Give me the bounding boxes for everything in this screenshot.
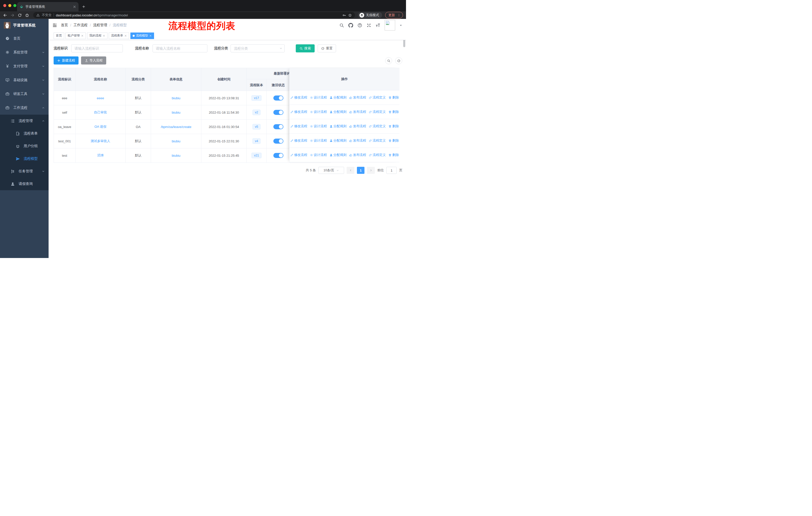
process-name-link[interactable]: eeee [97,96,104,100]
publish-process-link[interactable]: 发布流程 [349,138,366,143]
goto-page-input[interactable] [386,167,397,174]
help-icon[interactable] [357,23,362,28]
search-button[interactable]: 搜索 [296,44,315,52]
tag-tenant-management[interactable]: 租户管理 [65,32,86,39]
page-size-select[interactable]: 10条/页 [318,167,344,174]
breadcrumb-process-management[interactable]: 流程管理 [93,23,107,27]
category-select[interactable] [231,44,285,52]
status-toggle-on[interactable] [273,139,283,144]
sidebar-collapse-icon[interactable] [52,23,57,28]
sidebar-item-infrastructure[interactable]: 基础设施 [0,73,49,87]
delete-link[interactable]: 删除 [388,153,399,157]
category-select-input[interactable] [231,44,285,52]
process-name-link[interactable]: 自己审批 [94,110,107,114]
tag-my-process[interactable]: 我的流程 [87,32,108,39]
sidebar-item-task-management[interactable]: 任务管理 [0,165,49,178]
process-name-link[interactable]: 测试多审批人 [91,139,110,143]
process-definition-link[interactable]: 流程定义 [369,95,386,100]
version-badge[interactable]: v17 [252,95,261,101]
sidebar-item-system[interactable]: 系统管理 [0,45,49,59]
sidebar-item-home[interactable]: 首页 [0,31,49,45]
version-badge[interactable]: v21 [252,153,261,158]
next-page-button[interactable] [367,167,375,174]
import-process-button[interactable]: 导入流程 [81,56,106,64]
process-definition-link[interactable]: 流程定义 [369,153,386,157]
design-process-link[interactable]: 设计流程 [310,138,327,143]
publish-process-link[interactable]: 发布流程 [349,110,366,114]
sidebar-item-payment[interactable]: 支付管理 [0,59,49,73]
design-process-link[interactable]: 设计流程 [310,110,327,114]
forward-icon[interactable] [10,13,14,18]
delete-link[interactable]: 删除 [388,138,399,143]
form-info-link[interactable]: /bpm/oa/leave/create [161,125,191,129]
process-key-input[interactable] [71,44,123,52]
assign-rule-link[interactable]: 分配规则 [329,95,347,100]
sidebar-item-process-form[interactable]: 流程表单 [0,127,49,140]
avatar-caret-down-icon[interactable] [400,24,402,27]
sidebar-item-process-model[interactable]: 流程模型 [0,153,49,165]
tag-process-form[interactable]: 流程表单 [109,32,129,39]
modify-process-link[interactable]: 修改流程 [290,124,307,129]
status-toggle-on[interactable] [273,124,283,129]
form-info-link[interactable]: biubiu [172,111,180,114]
delete-link[interactable]: 删除 [388,124,399,129]
breadcrumb-home[interactable]: 首页 [61,23,68,27]
sidebar-item-leave-query[interactable]: 请假查询 [0,178,49,190]
reset-button[interactable]: 重置 [318,44,336,52]
process-name-input[interactable] [152,44,207,52]
modify-process-link[interactable]: 修改流程 [290,110,307,114]
app-logo[interactable]: 芋道管理系统 [0,19,49,31]
window-close-button[interactable] [3,4,6,7]
close-icon[interactable] [103,34,105,37]
sidebar-item-workflow[interactable]: 工作流程 [0,101,49,115]
new-tab-icon[interactable] [82,5,85,8]
reload-icon[interactable] [18,13,22,18]
browser-menu-dots-icon[interactable] [397,13,401,17]
status-toggle-on[interactable] [273,110,283,115]
tab-close-icon[interactable] [73,5,76,8]
modify-process-link[interactable]: 修改流程 [290,95,307,100]
assign-rule-link[interactable]: 分配规则 [329,153,347,157]
window-zoom-button[interactable] [13,4,17,7]
form-info-link[interactable]: biubiu [172,139,180,143]
browser-tab[interactable]: 芋道管理系统 [17,2,79,11]
current-page-button[interactable]: 1 [357,167,365,174]
status-toggle-on[interactable] [273,153,283,158]
version-badge[interactable]: v5 [253,124,261,130]
process-definition-link[interactable]: 流程定义 [369,138,386,143]
delete-link[interactable]: 删除 [388,110,399,114]
delete-link[interactable]: 删除 [388,95,399,100]
sidebar-item-devtools[interactable]: 研发工具 [0,87,49,101]
font-size-icon[interactable] [376,23,380,28]
close-icon[interactable] [81,34,84,37]
update-button[interactable]: 更新 [385,12,403,19]
design-process-link[interactable]: 设计流程 [310,95,327,100]
assign-rule-link[interactable]: 分配规则 [329,124,347,129]
prev-page-button[interactable] [347,167,354,174]
breadcrumb-workflow[interactable]: 工作流程 [74,23,88,27]
process-definition-link[interactable]: 流程定义 [369,124,386,129]
process-name-link[interactable]: 滔博 [97,154,104,157]
bookmark-star-icon[interactable] [348,13,352,17]
tag-home[interactable]: 首页 [54,32,64,39]
assign-rule-link[interactable]: 分配规则 [329,110,347,114]
address-bar[interactable]: 不安全 dashboard.yudao.iocoder.cn/bpm/manag… [33,12,355,18]
publish-process-link[interactable]: 发布流程 [349,95,366,100]
version-badge[interactable]: v4 [253,138,261,144]
home-icon[interactable] [25,13,29,18]
create-process-button[interactable]: 新建流程 [54,56,79,64]
refresh-table-button[interactable] [395,57,402,64]
design-process-link[interactable]: 设计流程 [310,124,327,129]
modify-process-link[interactable]: 修改流程 [290,153,307,157]
avatar[interactable] [385,20,395,30]
sidebar-item-process-management[interactable]: 流程管理 [0,115,49,127]
publish-process-link[interactable]: 发布流程 [349,153,366,157]
publish-process-link[interactable]: 发布流程 [349,124,366,129]
form-info-link[interactable]: biubiu [172,154,180,158]
password-key-icon[interactable] [342,13,346,17]
search-icon[interactable] [339,23,344,28]
version-badge[interactable]: v2 [253,110,261,115]
github-icon[interactable] [348,23,353,28]
modify-process-link[interactable]: 修改流程 [290,138,307,143]
window-minimize-button[interactable] [8,4,11,7]
